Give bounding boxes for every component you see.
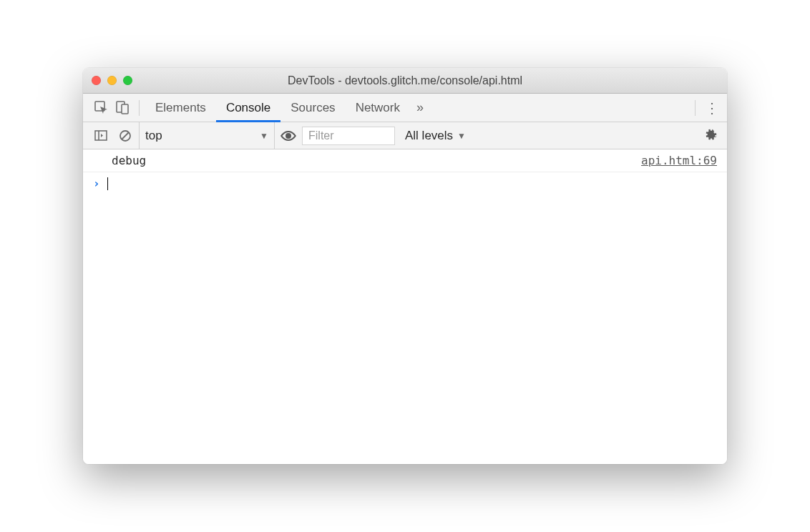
traffic-lights bbox=[92, 76, 132, 85]
log-levels-label: All levels bbox=[405, 129, 453, 143]
more-tabs-button[interactable]: » bbox=[410, 100, 430, 115]
window-title: DevTools - devtools.glitch.me/console/ap… bbox=[83, 74, 727, 87]
tab-console[interactable]: Console bbox=[216, 94, 280, 122]
log-levels-dropdown[interactable]: All levels ▼ bbox=[398, 129, 473, 143]
zoom-window-button[interactable] bbox=[123, 76, 132, 85]
context-label: top bbox=[145, 129, 162, 143]
tab-network[interactable]: Network bbox=[346, 94, 410, 122]
console-settings-icon[interactable] bbox=[700, 125, 721, 147]
log-message: debug bbox=[112, 154, 146, 167]
log-source-link[interactable]: api.html:69 bbox=[641, 154, 717, 167]
console-log-row: debug api.html:69 bbox=[83, 149, 727, 172]
text-cursor bbox=[107, 177, 108, 190]
console-toolbar: top ▼ All levels ▼ bbox=[83, 122, 727, 149]
console-prompt[interactable]: › bbox=[83, 172, 727, 194]
prompt-caret-icon: › bbox=[93, 177, 100, 190]
svg-point-7 bbox=[286, 133, 291, 139]
toolbar-separator bbox=[695, 100, 696, 116]
svg-line-6 bbox=[122, 132, 129, 139]
toolbar-separator bbox=[139, 100, 140, 116]
console-output: debug api.html:69 › bbox=[83, 149, 727, 464]
toggle-console-sidebar-icon[interactable] bbox=[90, 125, 112, 147]
inspect-element-icon[interactable] bbox=[90, 97, 112, 119]
devtools-window: DevTools - devtools.glitch.me/console/ap… bbox=[83, 68, 727, 464]
tab-sources[interactable]: Sources bbox=[280, 94, 345, 122]
svg-rect-2 bbox=[122, 104, 128, 114]
minimize-window-button[interactable] bbox=[107, 76, 117, 85]
execution-context-select[interactable]: top ▼ bbox=[139, 122, 275, 149]
devtools-main-toolbar: Elements Console Sources Network » ⋮ bbox=[83, 94, 727, 122]
macos-titlebar: DevTools - devtools.glitch.me/console/ap… bbox=[83, 68, 727, 94]
live-expression-icon[interactable] bbox=[278, 125, 299, 147]
clear-console-icon[interactable] bbox=[114, 125, 136, 147]
tab-elements[interactable]: Elements bbox=[145, 94, 216, 122]
console-filter-input[interactable] bbox=[302, 127, 395, 145]
chevron-down-icon: ▼ bbox=[260, 131, 268, 141]
devtools-menu-button[interactable]: ⋮ bbox=[701, 99, 723, 117]
device-toolbar-icon[interactable] bbox=[112, 97, 133, 119]
close-window-button[interactable] bbox=[92, 76, 101, 85]
chevron-down-icon: ▼ bbox=[457, 131, 466, 141]
